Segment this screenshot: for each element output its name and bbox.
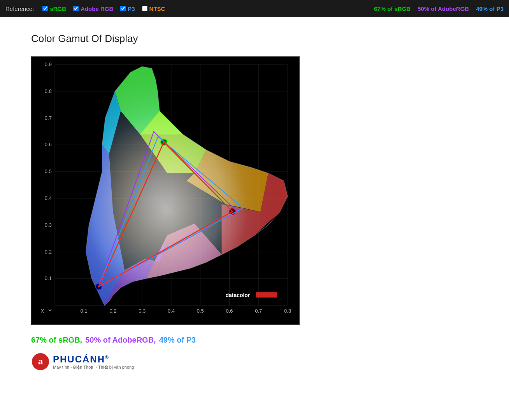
stat-p3: 49% of P3 <box>476 5 504 12</box>
adobe-rgb-label: Adobe RGB <box>81 5 113 12</box>
ntsc-label: NTSC <box>149 5 165 12</box>
checkbox-adobe-rgb[interactable]: Adobe RGB <box>73 5 113 12</box>
p3-label: P3 <box>128 5 135 12</box>
chart-container: 0.9 0.8 0.7 0.6 0.5 0.4 0.3 0.2 0.1 Y X … <box>31 56 300 325</box>
svg-text:0.8: 0.8 <box>284 308 291 314</box>
reference-label: Reference: <box>5 5 34 12</box>
svg-text:0.2: 0.2 <box>45 249 52 255</box>
p3-checkbox[interactable] <box>120 6 126 11</box>
logo-icon-container: a <box>31 352 50 371</box>
main-content: Color Gamut Of Display <box>0 17 509 383</box>
checkbox-srgb[interactable]: sRGB <box>42 5 66 12</box>
svg-text:0.4: 0.4 <box>45 195 52 201</box>
stat-p3-bottom: 49% of P3 <box>159 336 196 345</box>
checkbox-ntsc[interactable]: NTSC <box>142 5 165 12</box>
srgb-label: sRGB <box>50 5 66 12</box>
svg-text:0.6: 0.6 <box>226 308 233 314</box>
svg-text:0.5: 0.5 <box>45 168 52 174</box>
watermark-text: datacolor <box>226 292 250 298</box>
logo-icon-svg: a <box>31 352 50 371</box>
svg-text:0.3: 0.3 <box>45 222 52 228</box>
logo-tagline: Máy tính - Điện Thoại - Thiết bị văn phò… <box>53 365 134 370</box>
svg-text:0.2: 0.2 <box>109 308 116 314</box>
svg-text:Y: Y <box>48 308 52 314</box>
svg-text:0.6: 0.6 <box>45 142 52 147</box>
stat-adobe-bottom: 50% of AdobeRGB, <box>85 336 156 345</box>
bottom-stats: 67% of sRGB, 50% of AdobeRGB, 49% of P3 <box>31 336 482 345</box>
page-title: Color Gamut Of Display <box>31 33 482 45</box>
svg-text:0.5: 0.5 <box>197 308 204 314</box>
svg-text:0.8: 0.8 <box>45 88 52 94</box>
svg-text:0.7: 0.7 <box>255 308 262 314</box>
logo-name: PHUCÁNH® <box>53 354 134 365</box>
logo-area: a PHUCÁNH® Máy tính - Điện Thoại - Thiết… <box>31 352 482 371</box>
svg-text:a: a <box>38 357 43 366</box>
svg-text:0.4: 0.4 <box>168 308 175 314</box>
watermark-bar <box>256 292 277 298</box>
srgb-checkbox[interactable] <box>42 6 48 11</box>
svg-text:X: X <box>41 308 44 314</box>
topbar: Reference: sRGB Adobe RGB P3 NTSC 67% of… <box>0 0 509 17</box>
logo-text-block: PHUCÁNH® Máy tính - Điện Thoại - Thiết b… <box>53 354 134 370</box>
svg-text:0.9: 0.9 <box>45 61 52 67</box>
svg-text:0.3: 0.3 <box>139 308 146 314</box>
adobe-rgb-checkbox[interactable] <box>73 6 79 11</box>
stat-srgb-bottom: 67% of sRGB, <box>31 336 82 345</box>
svg-text:0.7: 0.7 <box>45 115 52 121</box>
stat-srgb: 67% of sRGB <box>374 5 411 12</box>
checkbox-p3[interactable]: P3 <box>120 5 135 12</box>
chart-svg: 0.9 0.8 0.7 0.6 0.5 0.4 0.3 0.2 0.1 Y X … <box>32 57 299 324</box>
svg-text:0.1: 0.1 <box>81 308 88 314</box>
ntsc-checkbox[interactable] <box>142 6 147 11</box>
svg-text:0.1: 0.1 <box>45 275 52 281</box>
stat-adobe: 50% of AdobeRGB <box>418 5 469 12</box>
